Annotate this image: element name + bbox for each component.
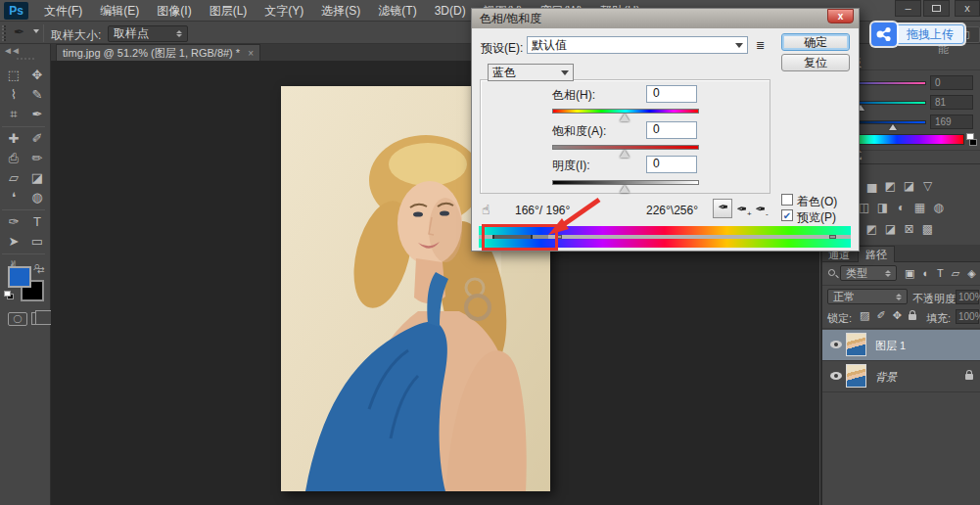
- minimize-button[interactable]: –: [895, 0, 921, 17]
- blur-tool[interactable]: ❛: [2, 188, 25, 207]
- crop-tool[interactable]: ⌗: [2, 105, 25, 124]
- layer-thumbnail[interactable]: [846, 364, 866, 388]
- layer-name[interactable]: 背景: [875, 370, 897, 385]
- menu-image[interactable]: 图像(I): [148, 0, 200, 22]
- tab-close-icon[interactable]: ×: [248, 46, 254, 61]
- layer-filter-kind-dropdown[interactable]: 类型: [840, 265, 897, 281]
- dialog-close-button[interactable]: x: [827, 9, 854, 23]
- history-brush-tool[interactable]: ✏: [25, 149, 49, 168]
- saturation-input[interactable]: 0: [646, 121, 697, 139]
- quick-selection-tool[interactable]: ✎: [25, 85, 49, 105]
- menu-3d[interactable]: 3D(D): [426, 0, 475, 22]
- ok-button[interactable]: 确定: [781, 33, 850, 51]
- visibility-eye-icon[interactable]: [830, 341, 842, 348]
- color-value-red[interactable]: 0: [930, 75, 973, 90]
- eyedropper-tool[interactable]: ✒: [25, 105, 49, 124]
- move-tool[interactable]: ✥: [25, 66, 49, 85]
- posterize-icon[interactable]: ◩: [863, 222, 881, 236]
- gradient-tool[interactable]: ◪: [25, 168, 49, 188]
- drag-upload-button[interactable]: 拖拽上传: [896, 24, 964, 44]
- levels-icon[interactable]: ▅: [863, 179, 881, 193]
- preset-dropdown[interactable]: 默认值: [527, 36, 748, 54]
- eraser-tool[interactable]: ▱: [2, 168, 25, 188]
- eyedropper-sample-button[interactable]: ✒: [713, 199, 732, 218]
- quick-mask-button[interactable]: ◯: [8, 312, 27, 326]
- filter-adjustment-icon[interactable]: ◐: [922, 267, 929, 280]
- reset-button[interactable]: 复位: [781, 54, 850, 71]
- menu-type[interactable]: 文字(Y): [256, 0, 312, 22]
- visibility-eye-icon[interactable]: [830, 372, 842, 380]
- eyedropper-tool-icon[interactable]: ✒: [14, 24, 24, 39]
- vibrance-icon[interactable]: ▽: [918, 179, 937, 193]
- hue-slider-thumb[interactable]: [620, 114, 630, 121]
- color-value-green[interactable]: 81: [930, 95, 973, 110]
- restore-button[interactable]: [923, 0, 950, 17]
- opacity-value[interactable]: 100%: [956, 290, 979, 304]
- path-selection-tool[interactable]: ➤: [2, 232, 25, 252]
- filter-type-icon[interactable]: T: [937, 267, 944, 280]
- lock-pixels-icon[interactable]: ✐: [876, 309, 885, 322]
- filter-smart-object-icon[interactable]: ◈: [967, 267, 975, 280]
- color-lookup-icon[interactable]: ◍: [929, 201, 948, 214]
- channel-mixer-icon[interactable]: ▦: [910, 201, 929, 214]
- color-value-blue[interactable]: 169: [930, 115, 973, 129]
- preset-menu-icon[interactable]: ≣: [756, 39, 765, 52]
- type-tool[interactable]: T: [25, 212, 49, 232]
- layer-thumbnail[interactable]: [846, 333, 866, 356]
- gradient-map-icon[interactable]: ⊠: [900, 222, 918, 236]
- lightness-input[interactable]: 0: [646, 156, 697, 173]
- lasso-tool[interactable]: ⌇: [2, 85, 25, 105]
- dialog-title-bar[interactable]: 色相/饱和度: [472, 9, 859, 28]
- filter-image-icon[interactable]: ▣: [905, 267, 914, 280]
- eyedropper-add-button[interactable]: ✒+: [736, 202, 752, 218]
- curves-icon[interactable]: ◩: [881, 179, 900, 193]
- layer-row-background[interactable]: 背景: [822, 361, 980, 391]
- foreground-color-swatch[interactable]: [8, 266, 31, 288]
- tab-paths[interactable]: 路径: [858, 246, 895, 262]
- upload-molecule-icon[interactable]: [871, 23, 897, 46]
- threshold-icon[interactable]: ◪: [881, 222, 900, 236]
- marquee-tool[interactable]: ⬚: [2, 66, 25, 85]
- shape-tool[interactable]: ▭: [25, 232, 49, 252]
- lock-all-icon[interactable]: [909, 314, 916, 320]
- healing-brush-tool[interactable]: ✚: [2, 129, 25, 149]
- channel-dropdown[interactable]: 蓝色: [488, 64, 574, 81]
- lightness-slider-thumb[interactable]: [620, 185, 630, 193]
- menu-filter[interactable]: 滤镜(T): [369, 0, 425, 22]
- selective-color-icon[interactable]: ▩: [918, 222, 937, 236]
- hand-scrub-icon[interactable]: ☝: [482, 202, 490, 217]
- layer-name[interactable]: 图层 1: [875, 339, 906, 353]
- menu-file[interactable]: 文件(F): [35, 0, 91, 22]
- exposure-icon[interactable]: ◪: [900, 179, 918, 193]
- sample-size-dropdown[interactable]: 取样点: [108, 25, 188, 42]
- brush-tool[interactable]: ✐: [25, 129, 49, 149]
- black-swatch[interactable]: [969, 139, 977, 146]
- document-tab[interactable]: timg.jpg @ 51.2% (图层 1, RGB/8#) * ×: [56, 44, 260, 61]
- saturation-slider-thumb[interactable]: [620, 150, 630, 158]
- photo-filter-icon[interactable]: ◐: [892, 201, 910, 214]
- pen-tool[interactable]: ✑: [2, 212, 25, 232]
- tools-panel-grip[interactable]: [17, 58, 34, 60]
- layer-row-1[interactable]: 图层 1: [822, 330, 980, 360]
- screen-mode-button[interactable]: [31, 312, 47, 325]
- blend-mode-dropdown[interactable]: 正常: [827, 289, 908, 304]
- clone-stamp-tool[interactable]: ⎙: [2, 149, 25, 168]
- preview-checkbox[interactable]: ✔: [781, 209, 793, 221]
- collapse-panel-icon[interactable]: ◄◄: [3, 45, 19, 56]
- swap-colors-icon[interactable]: ⇄: [37, 265, 45, 275]
- default-colors-icon[interactable]: [4, 291, 14, 299]
- black-white-icon[interactable]: ◨: [873, 201, 892, 214]
- filter-shape-icon[interactable]: ▱: [952, 267, 959, 280]
- tool-preset-arrow-icon[interactable]: [33, 29, 39, 33]
- lock-transparency-icon[interactable]: ▨: [860, 309, 869, 322]
- eyedropper-subtract-button[interactable]: ✒-: [755, 202, 769, 218]
- options-bar-grip[interactable]: [2, 25, 6, 41]
- dodge-tool[interactable]: ◍: [25, 188, 49, 207]
- menu-layer[interactable]: 图层(L): [201, 0, 257, 22]
- menu-select[interactable]: 选择(S): [312, 0, 369, 22]
- close-window-button[interactable]: x: [955, 0, 980, 17]
- lock-position-icon[interactable]: ✥: [893, 309, 902, 322]
- fill-value[interactable]: 100%: [956, 309, 979, 324]
- menu-edit[interactable]: 编辑(E): [91, 0, 148, 22]
- colorize-checkbox[interactable]: [781, 194, 793, 206]
